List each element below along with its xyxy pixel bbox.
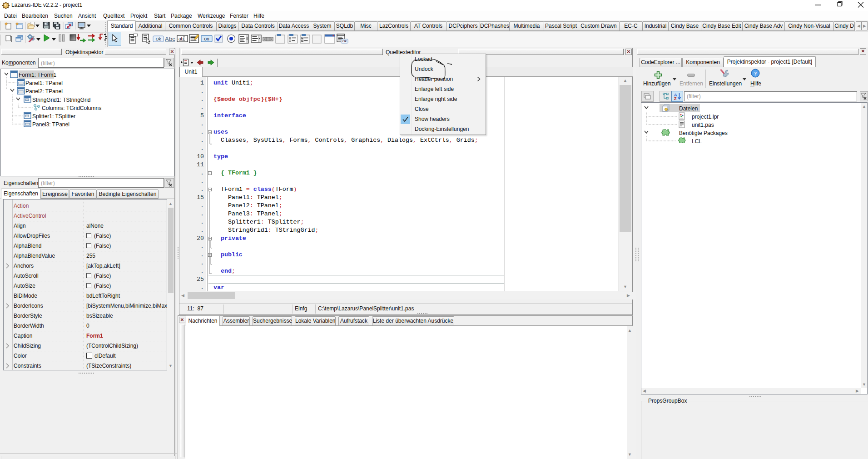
svg-text:?: ?: [754, 70, 757, 77]
svg-text:A: A: [165, 35, 169, 42]
svg-text:on: on: [204, 36, 209, 41]
svg-text:Ok: Ok: [342, 39, 347, 43]
svg-text:ab: ab: [179, 36, 184, 41]
svg-text:Z: Z: [674, 96, 677, 100]
svg-text:bc: bc: [169, 35, 175, 42]
svg-text:Ok: Ok: [156, 37, 161, 41]
